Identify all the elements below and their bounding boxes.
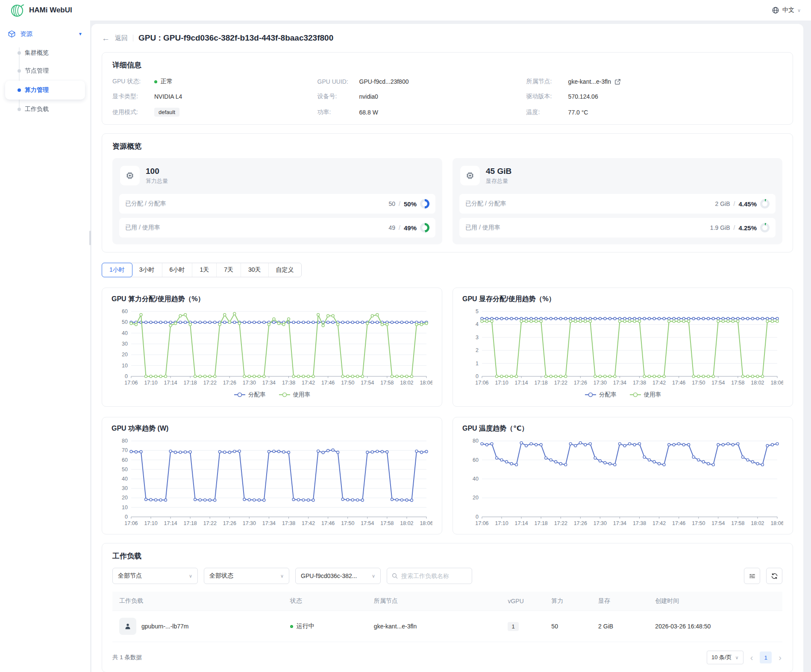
svg-text:5: 5	[476, 308, 479, 314]
svg-text:17:46: 17:46	[672, 380, 685, 386]
refresh-button[interactable]	[766, 568, 782, 584]
col-compute: 算力	[544, 592, 591, 611]
col-vgpu: vGPU	[501, 592, 544, 611]
chip-icon	[460, 166, 480, 185]
chevron-down-icon: ∨	[280, 573, 284, 579]
globe-icon	[772, 6, 779, 14]
svg-text:17:14: 17:14	[514, 520, 528, 526]
row-label: 已用 / 使用率	[465, 224, 500, 232]
svg-text:17:34: 17:34	[262, 520, 276, 526]
workload-name[interactable]: gpuburn-...-lb77m	[141, 623, 189, 630]
back-arrow-icon[interactable]: ←	[102, 34, 110, 42]
svg-text:80: 80	[473, 438, 479, 444]
status-filter-select[interactable]: 全部状态 ∨	[204, 568, 289, 584]
field-value: 正常	[161, 78, 173, 85]
select-value: 全部状态	[209, 572, 233, 580]
compute-allocated-row: 已分配 / 分配率 50 / 50%	[119, 194, 435, 214]
svg-text:30: 30	[122, 341, 128, 347]
legend-usage[interactable]: 使用率	[279, 391, 311, 399]
legend-allocation[interactable]: 分配率	[234, 391, 266, 399]
gpu-filter-select[interactable]: GPU-f9cd036c-382... ∨	[295, 568, 381, 584]
tab-1h[interactable]: 1小时	[102, 263, 132, 277]
page-number[interactable]: 1	[760, 651, 772, 663]
tab-7d[interactable]: 7天	[217, 263, 241, 277]
memory-total: 45 GiB	[486, 167, 511, 176]
compute-overview-card: 100 算力总量 已分配 / 分配率 50 / 50% 已用 / 使用率	[112, 158, 442, 244]
back-button[interactable]: 返回	[115, 34, 128, 42]
row-percent: 50%	[404, 200, 417, 208]
tree-dot	[18, 88, 21, 92]
table-row[interactable]: gpuburn-...-lb77m 运行中 gke-kant...e-3fln …	[112, 611, 782, 642]
workload-search-input[interactable]	[401, 572, 467, 579]
svg-text:17:26: 17:26	[574, 380, 587, 386]
field-temperature: 温度: 77.0 °C	[526, 108, 782, 117]
sidebar-collapse-handle[interactable]	[89, 231, 91, 245]
field-label: GPU UUID:	[317, 78, 355, 85]
language-selector[interactable]: 中文 ∨	[772, 6, 801, 14]
memory-overview-card: 45 GiB 显存总量 已分配 / 分配率 2 GiB / 4.45% 已用 /…	[453, 158, 782, 244]
cube-icon	[8, 30, 16, 38]
prev-page-icon[interactable]: ‹	[749, 653, 754, 662]
col-status: 状态	[283, 592, 367, 611]
svg-text:17:30: 17:30	[594, 380, 607, 386]
field-value: gke-kant...e-3fln	[568, 78, 611, 85]
svg-text:18:06: 18:06	[770, 520, 783, 526]
svg-text:17:58: 17:58	[380, 520, 394, 526]
svg-text:17:54: 17:54	[361, 520, 374, 526]
workload-icon	[119, 618, 136, 635]
field-gpu-status: GPU 状态: 正常	[112, 78, 317, 85]
svg-text:18:02: 18:02	[751, 520, 764, 526]
svg-text:17:42: 17:42	[302, 520, 315, 526]
display-settings-button[interactable]	[744, 568, 760, 584]
sidebar-item-cluster-overview[interactable]: 集群概览	[0, 44, 90, 62]
svg-text:17:34: 17:34	[613, 380, 626, 386]
page-size-select[interactable]: 10 条/页 ∨	[707, 651, 743, 664]
tab-6h[interactable]: 6小时	[162, 263, 193, 277]
svg-text:17:10: 17:10	[495, 380, 508, 386]
svg-text:1: 1	[476, 361, 479, 367]
page-title: GPU : GPU-f9cd036c-382f-b13d-443f-8baac3…	[138, 33, 333, 43]
memory-total-label: 显存总量	[486, 177, 511, 185]
tree-dot	[18, 69, 21, 73]
sidebar-item-workloads[interactable]: 工作负载	[0, 100, 90, 118]
external-link-icon[interactable]	[614, 79, 621, 85]
sidebar-item-compute-management[interactable]: 算力管理	[5, 81, 85, 100]
next-page-icon[interactable]: ›	[778, 653, 782, 662]
sidebar-item-label: 工作负载	[25, 106, 49, 113]
field-gpu-uuid: GPU UUID: GPU-f9cd...23f800	[317, 78, 526, 85]
svg-text:17:58: 17:58	[731, 520, 744, 526]
svg-text:20: 20	[122, 352, 128, 358]
row-value: 49	[389, 224, 396, 231]
tab-custom[interactable]: 自定义	[269, 263, 301, 277]
svg-text:18:02: 18:02	[751, 380, 764, 386]
row-label: 已分配 / 分配率	[125, 200, 166, 208]
tab-3h[interactable]: 3小时	[132, 263, 162, 277]
node-filter-select[interactable]: 全部节点 ∨	[112, 568, 198, 584]
sidebar-item-node-management[interactable]: 节点管理	[0, 62, 90, 80]
app-title: HAMi WebUI	[29, 6, 72, 15]
legend-allocation[interactable]: 分配率	[585, 391, 617, 399]
svg-text:17:22: 17:22	[203, 520, 217, 526]
svg-text:17:14: 17:14	[164, 520, 177, 526]
svg-text:17:54: 17:54	[361, 380, 374, 386]
svg-text:60: 60	[122, 457, 128, 463]
svg-text:40: 40	[473, 476, 479, 482]
svg-text:17:58: 17:58	[380, 380, 394, 386]
svg-text:0: 0	[476, 373, 479, 379]
svg-text:17:14: 17:14	[514, 380, 528, 386]
tab-30d[interactable]: 30天	[241, 263, 269, 277]
svg-text:2: 2	[476, 347, 479, 353]
svg-text:17:06: 17:06	[475, 520, 488, 526]
tab-1d[interactable]: 1天	[192, 263, 217, 277]
search-icon	[391, 572, 398, 579]
chevron-down-icon: ∨	[189, 573, 192, 579]
svg-text:17:50: 17:50	[341, 380, 354, 386]
field-label: 温度:	[526, 109, 564, 116]
chip-icon	[120, 166, 140, 185]
svg-text:17:18: 17:18	[535, 380, 548, 386]
svg-text:17:18: 17:18	[535, 520, 548, 526]
sidebar-section-resources[interactable]: 资源 ▼	[0, 25, 90, 43]
field-value: 68.8 W	[359, 109, 378, 116]
svg-text:0: 0	[125, 373, 128, 379]
legend-usage[interactable]: 使用率	[629, 391, 661, 399]
